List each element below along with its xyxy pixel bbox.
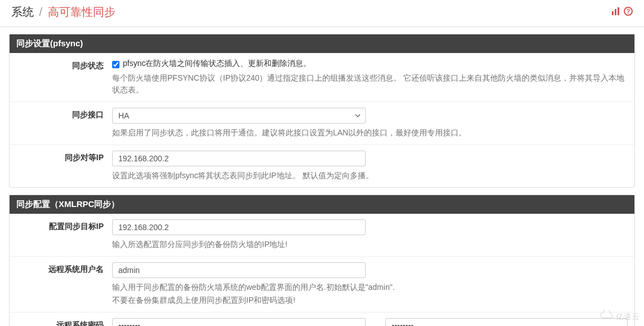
svg-rect-2 xyxy=(618,7,619,15)
help-remote-username-1: 输入用于同步配置的备份防火墙系统的web配置界面的用户名.初始默认是"admin… xyxy=(112,281,628,293)
breadcrumb-separator: / xyxy=(39,6,43,18)
label-target-ip: 配置同步目标IP xyxy=(16,219,112,232)
input-sync-peer-ip[interactable] xyxy=(112,151,366,166)
select-sync-interface[interactable]: HA xyxy=(112,108,366,124)
checkbox-sync-state[interactable] xyxy=(112,61,119,68)
svg-rect-0 xyxy=(612,11,614,15)
help-sync-state: 每个防火墙使用PFSYNC协议（IP协议240）通过指定接口上的组播发送这些消息… xyxy=(112,72,628,96)
breadcrumb-active[interactable]: 高可靠性同步 xyxy=(48,6,116,18)
label-remote-password: 远程系统密码 xyxy=(16,318,112,326)
watermark: 亿速云 xyxy=(600,310,639,324)
input-remote-username[interactable] xyxy=(112,262,366,278)
panel-sync-settings: 同步设置(pfsync) 同步状态 pfsync在防火墙之间传输状态插入、更新和… xyxy=(9,34,635,188)
checkbox-label-sync-state[interactable]: pfsync在防火墙之间传输状态插入、更新和删除消息。 xyxy=(123,59,311,69)
panel-xmlrpc-sync: 同步配置（XMLRPC同步） 配置同步目标IP 输入所选配置部分应同步到的备份防… xyxy=(9,195,635,326)
panel-heading-xmlrpc: 同步配置（XMLRPC同步） xyxy=(10,195,634,214)
label-sync-state: 同步状态 xyxy=(16,59,112,71)
breadcrumb-root[interactable]: 系统 xyxy=(11,6,34,18)
input-remote-password-confirm[interactable] xyxy=(385,318,628,326)
label-sync-interface: 同步接口 xyxy=(16,108,112,120)
panel-heading-pfsync: 同步设置(pfsync) xyxy=(10,34,634,53)
help-target-ip: 输入所选配置部分应同步到的备份防火墙的IP地址! xyxy=(112,239,628,250)
label-sync-peer-ip: 同步对等IP xyxy=(16,151,112,163)
breadcrumb: 系统 / 高可靠性同步 xyxy=(11,5,116,20)
help-remote-username-2: 不要在备份集群成员上使用同步配置到IP和密码选项! xyxy=(112,294,628,306)
status-icon[interactable] xyxy=(611,7,620,18)
label-remote-username: 远程系统用户名 xyxy=(16,262,112,275)
svg-rect-1 xyxy=(615,9,616,15)
input-target-ip[interactable] xyxy=(112,219,366,235)
help-icon[interactable]: ? xyxy=(624,7,633,18)
help-sync-peer-ip: 设置此选项将强制pfsync将其状态表同步到此IP地址。 默认值为定向多播。 xyxy=(112,170,628,182)
input-remote-password[interactable] xyxy=(112,318,366,326)
help-sync-interface: 如果启用了同步状态，此接口将用于通信。建议将此接口设置为LAN以外的接口，最好使… xyxy=(112,127,628,139)
svg-text:?: ? xyxy=(627,8,630,15)
